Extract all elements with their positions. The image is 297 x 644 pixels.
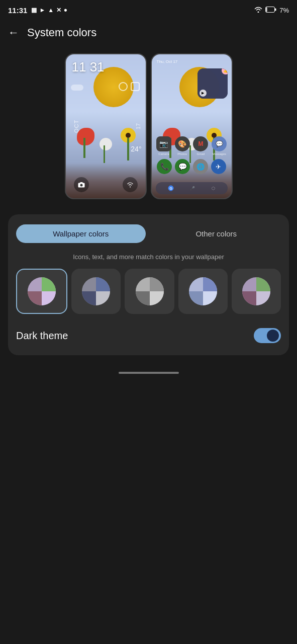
swatch-pie-5	[241, 276, 271, 306]
camera-icon: ▦	[31, 7, 37, 14]
lens-hint: ⬡	[212, 186, 215, 191]
lock-wifi-icon	[123, 177, 138, 192]
cloud-deco	[71, 85, 83, 91]
swatch-pie-3	[135, 276, 165, 306]
lock-temp: 24°	[131, 145, 141, 153]
swatch-4[interactable]	[178, 269, 228, 314]
dark-theme-row: Dark theme	[16, 326, 281, 343]
home-date: Thu, Oct 17	[157, 59, 178, 64]
lock-weather-icons	[119, 82, 140, 91]
app-whatsapp: 💬	[175, 159, 190, 174]
app-telegram: ✈	[211, 159, 226, 174]
lock-day-number: 17	[135, 123, 141, 129]
music-widget: 👍 ▶	[197, 68, 228, 99]
time-display: 11:31	[8, 6, 27, 15]
home-search-bar[interactable]: G 🎤 ⬡	[156, 182, 228, 194]
white-flower	[98, 138, 113, 163]
status-icons-left: ▦ ► ▲ ✕ •	[31, 6, 67, 15]
swatch-5[interactable]	[232, 269, 281, 314]
app-grid-row1: 📷 Camera 🎨 Photos M Gmail 💬 Messages	[156, 136, 228, 155]
home-bar	[119, 372, 179, 374]
lock-date-side: OCT	[73, 120, 79, 133]
dot-icon: •	[64, 6, 67, 15]
lock-bottom-icons	[66, 177, 146, 192]
battery-percent: 7%	[279, 7, 289, 14]
charge-icon: ▲	[48, 7, 54, 14]
dark-theme-toggle[interactable]	[254, 328, 281, 343]
tab-other-colors[interactable]: Other colors	[152, 224, 281, 243]
dark-theme-label: Dark theme	[16, 330, 68, 342]
wifi-icon	[254, 7, 262, 14]
status-time: 11:31 ▦ ► ▲ ✕ •	[8, 6, 67, 15]
app-phone: 📞	[157, 159, 172, 174]
toggle-knob	[267, 330, 279, 342]
svg-text:G: G	[169, 187, 172, 190]
lock-time: 11 31	[72, 60, 105, 73]
tabs-row: Wallpaper colors Other colors	[16, 224, 281, 243]
svg-rect-2	[266, 7, 267, 12]
wallpaper-bg-home: Thu, Oct 17 👍 ▶ 📷 Camera 🎨 Photos	[152, 54, 232, 198]
page-title: System colors	[27, 26, 96, 39]
swatches-row	[16, 269, 281, 314]
app-camera: 📷 Camera	[156, 136, 172, 155]
home-screen-preview: Thu, Oct 17 👍 ▶ 📷 Camera 🎨 Photos	[151, 53, 233, 199]
swatch-2[interactable]	[71, 269, 121, 314]
swatch-1[interactable]	[16, 269, 67, 314]
status-right: 7%	[254, 7, 289, 14]
header: ← System colors	[0, 20, 297, 43]
status-bar: 11:31 ▦ ► ▲ ✕ • 7%	[0, 0, 297, 20]
flowers-deco	[66, 108, 146, 168]
tab-wallpaper-colors[interactable]: Wallpaper colors	[16, 224, 146, 243]
swatch-3[interactable]	[125, 269, 174, 314]
app-grid-row2: 📞 💬 🌐 ✈	[156, 159, 228, 174]
navigation-icon: ►	[39, 7, 45, 14]
sunflower	[118, 128, 138, 160]
google-logo: G	[168, 185, 174, 191]
app-chrome: 🌐	[193, 159, 208, 174]
svg-point-3	[80, 184, 82, 187]
swatch-pie-4	[188, 276, 218, 306]
swatch-pie-1	[27, 276, 57, 306]
preview-section: 11 31 OCT 17 24°	[0, 43, 297, 214]
battery-icon	[265, 7, 276, 14]
svg-rect-1	[275, 8, 276, 11]
app-photos: 🎨 Photos	[174, 136, 190, 155]
home-indicator	[0, 365, 297, 380]
search-hint: 🎤	[190, 186, 195, 191]
bottom-panel: Wallpaper colors Other colors Icons, tex…	[8, 214, 289, 355]
x-icon: ✕	[56, 7, 61, 14]
app-gmail: M Gmail	[192, 136, 209, 155]
lock-screen-preview: 11 31 OCT 17 24°	[65, 53, 147, 199]
swatch-pie-2	[81, 276, 111, 306]
back-button[interactable]: ←	[8, 26, 19, 39]
wallpaper-bg-lock: 11 31 OCT 17 24°	[66, 54, 146, 198]
lock-camera-icon	[74, 177, 89, 192]
app-messages: 💬 Messages	[211, 136, 228, 155]
colors-subtitle: Icons, text, and more match colors in yo…	[16, 253, 281, 261]
widget-play-icon: ▶	[200, 90, 207, 97]
